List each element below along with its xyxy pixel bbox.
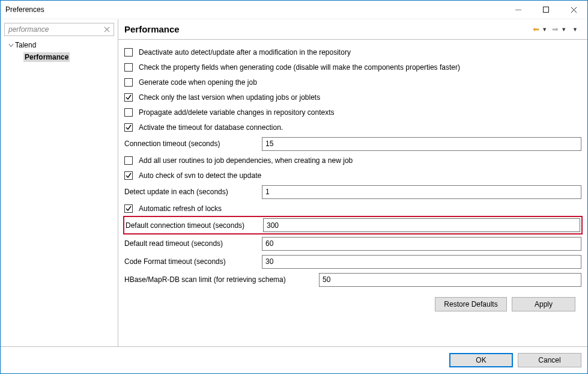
option-label: Activate the timeout for database connec… — [139, 123, 283, 132]
tree-node-performance[interactable]: Performance — [4, 52, 114, 63]
option-label: Add all user routines to job dependencie… — [139, 156, 353, 165]
close-button[interactable] — [560, 1, 587, 19]
code-format-timeout-input[interactable] — [262, 255, 581, 269]
checkbox-deactivate-auto[interactable] — [124, 48, 133, 57]
option-add-routines: Add all user routines to job dependencie… — [124, 153, 581, 168]
option-label: Generate code when opening the job — [139, 78, 257, 87]
field-label: Connection timeout (seconds) — [124, 139, 259, 148]
page-footer: Restore Defaults Apply — [124, 289, 581, 316]
field-label: Default read timeout (seconds) — [124, 239, 259, 248]
field-default-read-timeout: Default read timeout (seconds) — [124, 235, 581, 253]
nav-menu-icon[interactable]: ▼ — [572, 26, 578, 32]
nav-back-dropdown-icon[interactable]: ▼ — [542, 26, 547, 32]
option-label: Auto check of svn to detect the update — [139, 171, 261, 180]
field-default-connection-timeout: Default connection timeout (seconds) — [123, 216, 583, 235]
tree-node-talend[interactable]: Talend — [4, 40, 114, 51]
checkbox-generate-code[interactable] — [124, 78, 133, 87]
nav-tree: Talend Performance — [4, 40, 114, 64]
field-code-format-timeout: Code Format timeout (seconds) — [124, 253, 581, 271]
default-read-timeout-input[interactable] — [262, 237, 581, 251]
field-label: Code Format timeout (seconds) — [124, 257, 259, 266]
option-auto-refresh: Automatic refresh of locks — [124, 201, 581, 216]
dialog-body: Talend Performance Performance ⬅ ▼ ➡ ▼ — [1, 19, 587, 373]
search-input[interactable] — [7, 25, 103, 34]
page-body: Deactivate auto detect/update after a mo… — [118, 40, 587, 346]
page-header: Performance ⬅ ▼ ➡ ▼ ▼ — [118, 19, 587, 40]
tree-node-label: Talend — [15, 41, 36, 49]
field-hbase-scan-limit: HBase/MapR-DB scan limit (for retrieving… — [124, 271, 581, 289]
page-nav: ⬅ ▼ ➡ ▼ ▼ — [533, 25, 581, 33]
hbase-scan-limit-input[interactable] — [319, 273, 581, 287]
cancel-button[interactable]: Cancel — [518, 353, 581, 367]
option-auto-svn: Auto check of svn to detect the update — [124, 168, 581, 183]
maximize-button[interactable] — [532, 1, 560, 19]
restore-defaults-button[interactable]: Restore Defaults — [435, 297, 507, 311]
checkbox-activate-timeout[interactable] — [124, 123, 133, 132]
dialog-button-bar: OK Cancel — [1, 346, 587, 373]
main-area: Talend Performance Performance ⬅ ▼ ➡ ▼ — [1, 19, 587, 346]
checkbox-auto-refresh[interactable] — [124, 204, 133, 213]
nav-forward-icon[interactable]: ➡ — [552, 25, 559, 33]
titlebar: Preferences — [1, 1, 587, 19]
titlebar-title: Preferences — [5, 5, 44, 14]
field-detect-update: Detect update in each (seconds) — [124, 183, 581, 201]
nav-forward-dropdown-icon[interactable]: ▼ — [561, 26, 566, 32]
option-generate-code: Generate code when opening the job — [124, 75, 581, 90]
search-box — [4, 23, 114, 36]
right-panel: Performance ⬅ ▼ ➡ ▼ ▼ Deactivate auto de… — [118, 19, 587, 346]
option-label: Check the property fields when generatin… — [139, 63, 460, 72]
checkbox-auto-svn[interactable] — [124, 171, 133, 180]
checkbox-check-property[interactable] — [124, 63, 133, 72]
option-check-last-version: Check only the last version when updatin… — [124, 90, 581, 105]
checkbox-check-last-version[interactable] — [124, 93, 133, 102]
detect-update-input[interactable] — [262, 185, 581, 199]
tree-child-label: Performance — [23, 52, 70, 62]
checkbox-add-routines[interactable] — [124, 156, 133, 165]
page-title: Performance — [124, 24, 533, 34]
option-check-property: Check the property fields when generatin… — [124, 60, 581, 75]
option-label: Deactivate auto detect/update after a mo… — [139, 48, 351, 57]
field-label: Detect update in each (seconds) — [124, 188, 259, 196]
preferences-window: Preferences — [0, 0, 588, 374]
tree-twisty-icon — [7, 43, 15, 48]
nav-back-icon[interactable]: ⬅ — [533, 25, 539, 33]
titlebar-buttons — [505, 1, 587, 19]
option-label: Check only the last version when updatin… — [139, 93, 320, 102]
field-label: HBase/MapR-DB scan limit (for retrieving… — [124, 275, 317, 284]
option-deactivate-auto: Deactivate auto detect/update after a mo… — [124, 44, 581, 60]
apply-button[interactable]: Apply — [512, 297, 575, 311]
option-activate-timeout: Activate the timeout for database connec… — [124, 120, 581, 135]
minimize-button[interactable] — [505, 1, 532, 19]
left-panel: Talend Performance — [1, 19, 118, 346]
field-label: Default connection timeout (seconds) — [126, 221, 261, 230]
connection-timeout-input[interactable] — [262, 137, 581, 151]
default-connection-timeout-input[interactable] — [263, 218, 580, 232]
ok-button[interactable]: OK — [449, 353, 513, 367]
clear-search-icon[interactable] — [103, 25, 111, 34]
option-propagate: Propagate add/delete variable changes in… — [124, 105, 581, 120]
field-connection-timeout: Connection timeout (seconds) — [124, 135, 581, 153]
checkbox-propagate[interactable] — [124, 108, 133, 117]
option-label: Propagate add/delete variable changes in… — [139, 108, 335, 117]
option-label: Automatic refresh of locks — [139, 204, 222, 213]
